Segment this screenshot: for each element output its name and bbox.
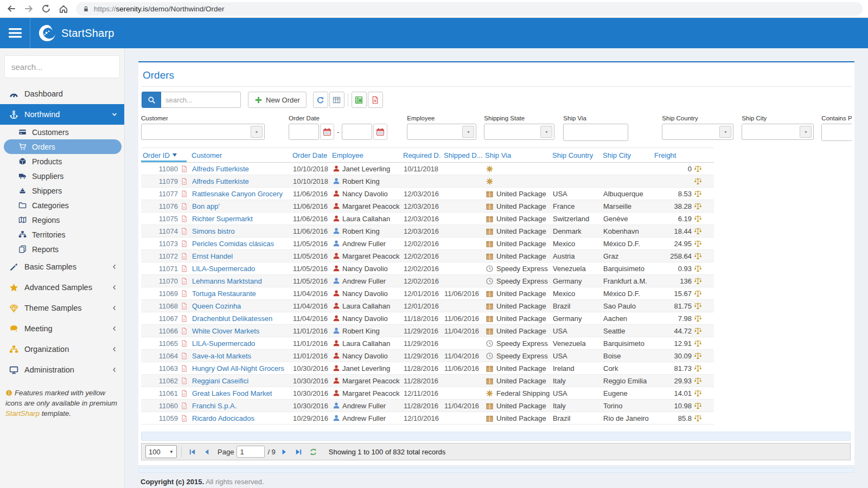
customer-link[interactable]: White Clover Markets bbox=[192, 327, 259, 335]
table-row[interactable]: 11075Richter Supermarkt11/06/2016Laura C… bbox=[141, 213, 714, 225]
customer-link[interactable]: Great Lakes Food Market bbox=[192, 389, 272, 397]
sidebar-item-reports[interactable]: Reports bbox=[0, 242, 124, 256]
filter-order-date-start-input[interactable] bbox=[289, 124, 319, 140]
pdf-icon[interactable] bbox=[181, 228, 188, 235]
customer-link[interactable]: Hungry Owl All-Night Grocers bbox=[192, 364, 284, 373]
sidebar-item-regions[interactable]: Regions bbox=[0, 213, 124, 227]
pdf-icon[interactable] bbox=[181, 315, 188, 322]
customer-link[interactable]: LILA-Supermercado bbox=[192, 265, 255, 273]
export-pdf-button[interactable] bbox=[368, 92, 383, 108]
table-row[interactable]: 11063Hungry Owl All-Night Grocers10/30/2… bbox=[141, 362, 714, 375]
filter-order-date-end-input[interactable] bbox=[342, 124, 372, 140]
premium-note-brand-link[interactable]: StartSharp bbox=[5, 409, 40, 418]
pdf-icon[interactable] bbox=[181, 178, 188, 185]
table-row[interactable]: 11074Simons bistro11/06/2016Robert King1… bbox=[141, 225, 714, 237]
pdf-icon[interactable] bbox=[181, 402, 188, 409]
pdf-icon[interactable] bbox=[181, 265, 188, 272]
reload-icon[interactable] bbox=[41, 4, 51, 14]
customer-link[interactable]: Franchi S.p.A. bbox=[192, 402, 237, 410]
table-row[interactable]: 11069Tortuga Restaurante11/04/2016Nancy … bbox=[141, 287, 714, 300]
column-header-ship-city[interactable]: Ship City bbox=[600, 148, 652, 162]
customer-link[interactable]: Alfreds Futterkiste bbox=[192, 177, 249, 185]
pager-refresh-button[interactable] bbox=[308, 446, 320, 458]
pdf-icon[interactable] bbox=[181, 190, 188, 197]
export-excel-button[interactable] bbox=[352, 92, 367, 108]
table-row[interactable]: 11059Ricardo Adocicados10/29/2016Andrew … bbox=[141, 412, 714, 425]
table-row[interactable]: 11071LILA-Supermercado11/05/2016Nancy Da… bbox=[141, 262, 714, 275]
table-row[interactable]: 11065LILA-Supermercado11/01/2016Laura Ca… bbox=[141, 337, 714, 350]
pdf-icon[interactable] bbox=[181, 290, 188, 297]
sidebar-item-northwind[interactable]: Northwind bbox=[0, 104, 124, 125]
pdf-icon[interactable] bbox=[181, 415, 188, 422]
url-bar[interactable]: https://serenity.is/demo/Northwind/Order bbox=[76, 2, 863, 16]
brand[interactable]: StartSharp bbox=[30, 24, 114, 42]
pdf-icon[interactable] bbox=[181, 303, 188, 310]
last-page-button[interactable] bbox=[293, 446, 305, 458]
table-row[interactable]: 11070Lehmanns Marktstand11/05/2016Andrew… bbox=[141, 275, 714, 287]
customer-link[interactable]: Drachenblut Delikatessen bbox=[192, 314, 272, 323]
customer-link[interactable]: Save-a-lot Markets bbox=[192, 352, 251, 360]
pdf-icon[interactable] bbox=[181, 328, 188, 335]
pdf-icon[interactable] bbox=[181, 278, 188, 285]
next-page-button[interactable] bbox=[278, 446, 290, 458]
pdf-icon[interactable] bbox=[181, 377, 188, 384]
table-row[interactable]: 11060Franchi S.p.A.10/30/2016Andrew Full… bbox=[141, 400, 714, 412]
table-row[interactable]: 11080Alfreds Futterkiste10/10/2018Janet … bbox=[141, 163, 714, 175]
sidebar-item-suppliers[interactable]: Suppliers bbox=[0, 169, 124, 183]
grid-search-input[interactable] bbox=[161, 92, 241, 108]
pdf-icon[interactable] bbox=[181, 352, 188, 359]
sidebar-item-theme-samples[interactable]: Theme Samples bbox=[0, 298, 124, 318]
table-row[interactable]: 11068Queen Cozinha11/04/2016Laura Callah… bbox=[141, 300, 714, 312]
customer-link[interactable]: Queen Cozinha bbox=[192, 302, 241, 310]
pdf-icon[interactable] bbox=[181, 340, 188, 347]
column-header-required-date[interactable]: Required D... bbox=[400, 148, 441, 162]
calendar-icon[interactable] bbox=[320, 124, 334, 140]
sidebar-item-meeting[interactable]: Meeting bbox=[0, 318, 124, 339]
column-header-order-date[interactable]: Order Date bbox=[290, 148, 329, 162]
filter-contains-product-input[interactable] bbox=[821, 124, 852, 141]
pdf-icon[interactable] bbox=[181, 390, 188, 397]
customer-link[interactable]: Reggiani Caseifici bbox=[192, 377, 248, 385]
table-row[interactable]: 11067Drachenblut Delikatessen11/04/2016N… bbox=[141, 312, 714, 325]
filter-customer-select[interactable]: ▼ bbox=[141, 124, 265, 140]
customer-link[interactable]: Rattlesnake Canyon Grocery bbox=[192, 190, 283, 198]
filter-shipping-state-select[interactable]: ▼ bbox=[484, 124, 554, 140]
table-row[interactable]: 11064Save-a-lot Markets11/01/2016Nancy D… bbox=[141, 350, 714, 362]
sidebar-toggle-button[interactable] bbox=[0, 18, 30, 48]
page-number-input[interactable] bbox=[237, 446, 265, 458]
table-row[interactable]: 11072Ernst Handel11/05/2016Margaret Peac… bbox=[141, 250, 714, 262]
filter-employee-select[interactable]: ▼ bbox=[407, 124, 476, 140]
table-row[interactable]: 11077Rattlesnake Canyon Grocery11/06/201… bbox=[141, 188, 714, 200]
customer-link[interactable]: Alfreds Futterkiste bbox=[192, 165, 249, 173]
customer-link[interactable]: LILA-Supermercado bbox=[192, 339, 255, 348]
sidebar-item-territories[interactable]: Territories bbox=[0, 227, 124, 242]
column-header-customer[interactable]: Customer bbox=[189, 148, 290, 162]
sidebar-item-administration[interactable]: Administration bbox=[0, 359, 124, 380]
table-row[interactable]: 11079Alfreds Futterkiste10/10/2018Robert… bbox=[141, 175, 714, 188]
column-header-shipped-date[interactable]: Shipped D... bbox=[441, 148, 482, 162]
sidebar-item-advanced-samples[interactable]: Advanced Samples bbox=[0, 277, 124, 298]
customer-link[interactable]: Lehmanns Marktstand bbox=[192, 277, 262, 285]
column-header-order-id[interactable]: Order ID bbox=[141, 148, 189, 162]
column-header-freight[interactable]: Freight bbox=[652, 148, 704, 162]
customer-link[interactable]: Simons bistro bbox=[192, 227, 235, 235]
table-row[interactable]: 11073Pericles Comidas clásicas11/05/2016… bbox=[141, 237, 714, 250]
customer-link[interactable]: Ernst Handel bbox=[192, 252, 233, 260]
grid-search-button[interactable] bbox=[142, 92, 161, 108]
sidebar-item-categories[interactable]: Categories bbox=[0, 198, 124, 213]
customer-link[interactable]: Bon app' bbox=[192, 202, 220, 210]
calendar-icon[interactable] bbox=[373, 124, 387, 140]
filter-ship-via-input[interactable] bbox=[563, 124, 628, 141]
pdf-icon[interactable] bbox=[181, 253, 188, 260]
page-size-select[interactable]: 100 ▼ bbox=[145, 445, 177, 458]
sidebar-item-customers[interactable]: Customers bbox=[0, 125, 124, 139]
pdf-icon[interactable] bbox=[181, 203, 188, 210]
sidebar-item-shippers[interactable]: Shippers bbox=[0, 183, 124, 198]
forward-icon[interactable] bbox=[24, 4, 34, 14]
prev-page-button[interactable] bbox=[201, 446, 213, 458]
sidebar-item-basic-samples[interactable]: Basic Samples bbox=[0, 256, 124, 277]
sidebar-item-organization[interactable]: Organization bbox=[0, 339, 124, 359]
customer-link[interactable]: Ricardo Adocicados bbox=[192, 414, 254, 422]
refresh-button[interactable] bbox=[313, 92, 328, 108]
pdf-icon[interactable] bbox=[181, 240, 188, 247]
